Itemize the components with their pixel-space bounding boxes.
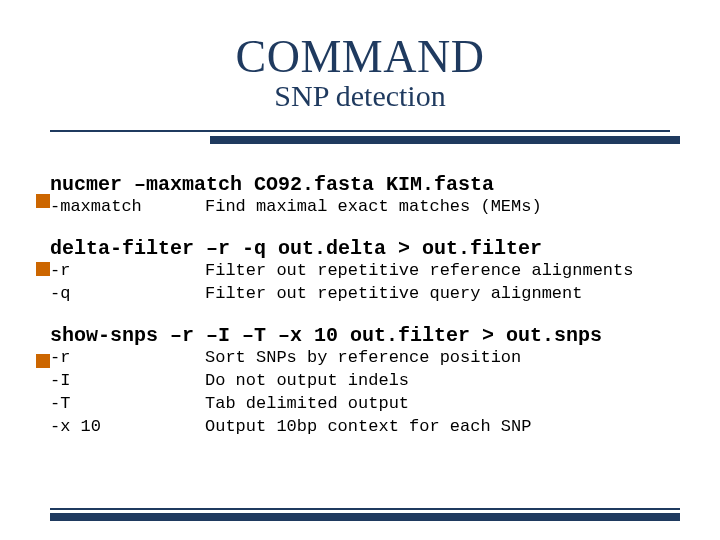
option-row: -T Tab delimited output [50,393,670,416]
bullet-icon [36,194,50,208]
option-row: -q Filter out repetitive query alignment [50,283,670,306]
option-flag: -r [50,260,205,283]
option-row: -I Do not output indels [50,370,670,393]
option-row: -r Sort SNPs by reference position [50,347,670,370]
slide: COMMAND SNP detection nucmer –maxmatch C… [0,0,720,487]
option-flag: -I [50,370,205,393]
title-divider [50,127,670,149]
option-row: -x 10 Output 10bp context for each SNP [50,416,670,439]
option-flag: -T [50,393,205,416]
option-desc: Sort SNPs by reference position [205,347,670,370]
bullet-icon [36,354,50,368]
option-flag: -q [50,283,205,306]
slide-subtitle: SNP detection [50,79,670,113]
option-desc: Find maximal exact matches (MEMs) [205,196,670,219]
option-desc: Do not output indels [205,370,670,393]
command-block-nucmer: nucmer –maxmatch CO92.fasta KIM.fasta -m… [50,173,670,219]
footer-divider [50,508,680,522]
command-line: delta-filter –r -q out.delta > out.filte… [50,237,670,260]
option-flag: -x 10 [50,416,205,439]
command-line: nucmer –maxmatch CO92.fasta KIM.fasta [50,173,670,196]
option-flag: -r [50,347,205,370]
command-block-delta-filter: delta-filter –r -q out.delta > out.filte… [50,237,670,306]
option-desc: Output 10bp context for each SNP [205,416,670,439]
option-row: -maxmatch Find maximal exact matches (ME… [50,196,670,219]
option-desc: Tab delimited output [205,393,670,416]
header-block: COMMAND SNP detection [50,30,670,113]
option-row: -r Filter out repetitive reference align… [50,260,670,283]
command-block-show-snps: show-snps –r –I –T –x 10 out.filter > ou… [50,324,670,439]
bullet-icon [36,262,50,276]
option-desc: Filter out repetitive query alignment [205,283,670,306]
option-flag: -maxmatch [50,196,205,219]
slide-title: COMMAND [50,30,670,83]
command-line: show-snps –r –I –T –x 10 out.filter > ou… [50,324,670,347]
option-desc: Filter out repetitive reference alignmen… [205,260,670,283]
